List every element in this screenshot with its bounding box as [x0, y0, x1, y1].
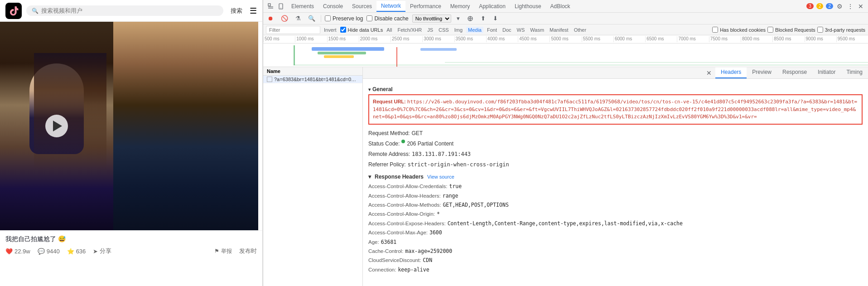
- referrer-policy-row: Referrer Policy: strict-origin-when-cros…: [368, 160, 863, 170]
- has-blocked-cookies-checkbox[interactable]: Has blocked cookies: [712, 27, 766, 33]
- tab-lighthouse[interactable]: Lighthouse: [510, 1, 546, 11]
- comment-icon: 💬: [38, 248, 45, 255]
- disable-cache-input[interactable]: [366, 15, 372, 21]
- throttling-dropdown-icon[interactable]: ▾: [455, 14, 462, 23]
- play-button[interactable]: [45, 115, 68, 137]
- header-key-5: Access-Control-Max-Age:: [368, 228, 428, 237]
- status-key: Status Code:: [368, 140, 400, 148]
- mark-5500: 5500 ms: [582, 36, 613, 42]
- details-tab-preview[interactable]: Preview: [747, 67, 777, 78]
- details-tab-timing[interactable]: Timing: [841, 67, 868, 78]
- header-key-3: Access-Control-Allow-Origin:: [368, 210, 435, 218]
- general-section-title: General: [368, 86, 863, 92]
- details-tab-initiator[interactable]: Initiator: [812, 67, 841, 78]
- stars-action[interactable]: ⭐ 636: [67, 248, 86, 255]
- settings-icon[interactable]: ⚙: [836, 2, 844, 11]
- tab-sources[interactable]: Sources: [347, 1, 376, 11]
- row-checkbox[interactable]: [267, 77, 272, 82]
- preserve-log-checkbox[interactable]: Preserve log: [325, 15, 363, 22]
- blocked-requests-input[interactable]: [767, 27, 773, 33]
- method-key: Request Method:: [368, 129, 410, 138]
- blocked-requests-checkbox[interactable]: Blocked Requests: [767, 27, 815, 33]
- likes-action[interactable]: ❤️ 22.9w: [5, 248, 30, 255]
- has-blocked-cookies-input[interactable]: [712, 27, 718, 33]
- menu-icon[interactable]: ☰: [250, 6, 257, 16]
- flag-icon: ⚑: [214, 248, 219, 254]
- report-button[interactable]: ⚑ 举报: [214, 247, 232, 255]
- tab-console[interactable]: Console: [318, 1, 347, 11]
- network-conditions-icon[interactable]: [465, 15, 475, 23]
- tab-elements[interactable]: Elements: [287, 1, 318, 11]
- filter-media[interactable]: Media: [466, 27, 483, 33]
- tab-application[interactable]: Application: [474, 1, 510, 11]
- header-row-6: Age: 63681: [368, 238, 863, 247]
- tab-memory[interactable]: Memory: [446, 1, 474, 11]
- preserve-log-input[interactable]: [325, 15, 331, 21]
- clear-button[interactable]: 🚫: [279, 14, 290, 23]
- view-source-link[interactable]: View source: [427, 174, 454, 179]
- mark-5000: 5000 ms: [550, 36, 581, 42]
- more-options-icon[interactable]: ⋮: [846, 2, 854, 11]
- details-tab-headers[interactable]: Headers: [715, 67, 747, 78]
- export-icon[interactable]: ⬆: [479, 14, 487, 23]
- mark-4000: 4000 ms: [486, 36, 518, 42]
- third-party-input[interactable]: [817, 27, 823, 33]
- throttling-select[interactable]: No throttling: [412, 15, 451, 23]
- comments-action[interactable]: 💬 9440: [38, 248, 60, 255]
- third-party-checkbox[interactable]: 3rd-party requests: [817, 27, 865, 33]
- devtools-icons-left: [265, 2, 287, 10]
- filter-other[interactable]: Other: [572, 27, 588, 33]
- close-devtools-icon[interactable]: ✕: [857, 2, 864, 11]
- tab-performance[interactable]: Performance: [405, 1, 446, 11]
- filter-font[interactable]: Font: [485, 27, 499, 33]
- search-button[interactable]: 搜索: [227, 5, 246, 17]
- mark-6500: 6500 ms: [645, 36, 677, 42]
- star-icon: ⭐: [67, 248, 74, 255]
- filter-input[interactable]: [266, 26, 320, 34]
- search-btn[interactable]: 🔍: [306, 14, 317, 23]
- search-bar[interactable]: 🔍: [26, 5, 223, 16]
- tiktok-logo[interactable]: [5, 3, 22, 19]
- header-row-0: Access-Control-Allow-Credentials: true: [368, 182, 863, 191]
- filter-ws[interactable]: WS: [515, 27, 527, 33]
- filter-icon-btn[interactable]: ⚗: [294, 14, 303, 23]
- hide-data-urls-checkbox[interactable]: Hide data URLs: [340, 27, 383, 33]
- filter-manifest[interactable]: Manifest: [548, 27, 570, 33]
- filter-js[interactable]: JS: [425, 27, 435, 33]
- stars-count: 636: [76, 248, 86, 255]
- filter-fetch-xhr[interactable]: Fetch/XHR: [395, 27, 424, 33]
- status-value: 206 Partial Content: [407, 140, 453, 148]
- header-value-1: range: [443, 192, 458, 200]
- svg-rect-1: [268, 4, 270, 6]
- network-list-header: Name: [263, 67, 362, 76]
- response-headers-title-text: Response Headers: [375, 174, 424, 180]
- report-label: 举报: [221, 247, 232, 255]
- filter-doc[interactable]: Doc: [501, 27, 513, 33]
- video-thumbnail-left: [0, 22, 113, 230]
- record-button[interactable]: ⏺: [266, 14, 275, 23]
- header-key-9: Connection:: [368, 266, 396, 274]
- hide-data-urls-input[interactable]: [340, 27, 346, 33]
- header-row-4: Access-Control-Expose-Headers: Content-L…: [368, 219, 863, 228]
- video-image-right: [113, 22, 258, 230]
- filter-img[interactable]: Img: [453, 27, 464, 33]
- mobile-icon[interactable]: [277, 2, 285, 10]
- details-tab-response[interactable]: Response: [777, 67, 812, 78]
- search-input[interactable]: [41, 7, 218, 14]
- filter-wasm[interactable]: Wasm: [528, 27, 546, 33]
- inspect-icon[interactable]: [267, 2, 275, 10]
- timeline-ruler: 500 ms 1000 ms 1500 ms 2000 ms 2500 ms 3…: [263, 35, 868, 44]
- video-thumbnail-right: [113, 22, 258, 230]
- import-icon[interactable]: ⬇: [491, 14, 500, 23]
- tab-network[interactable]: Network: [376, 1, 405, 12]
- share-action[interactable]: ➤ 分享: [93, 247, 111, 255]
- filter-invert[interactable]: Invert: [322, 27, 338, 33]
- filter-all[interactable]: All: [385, 27, 394, 33]
- header-value-9: keep-alive: [398, 266, 429, 274]
- close-details-button[interactable]: ✕: [703, 67, 715, 78]
- network-row[interactable]: ?a=6383&br=1481&bt=1481&cd=0%7C0%7...: [263, 76, 362, 83]
- filter-css[interactable]: CSS: [437, 27, 451, 33]
- tab-adblock[interactable]: AdBlock: [546, 1, 575, 11]
- video-content: 我把自己拍尴尬了 😅 ❤️ 22.9w 💬 9440 ⭐ 636: [0, 22, 262, 286]
- disable-cache-checkbox[interactable]: Disable cache: [366, 15, 408, 22]
